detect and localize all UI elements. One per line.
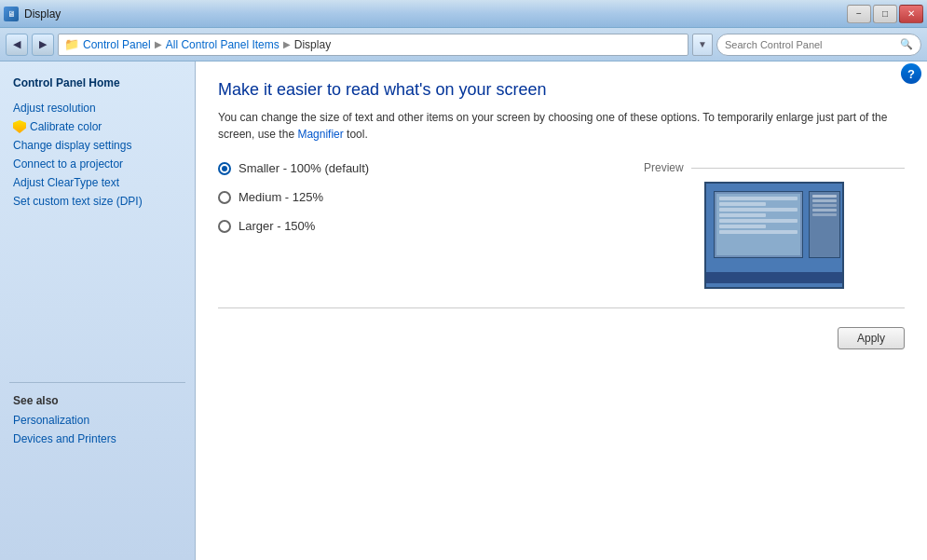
options-list: Smaller - 100% (default) Medium - 125% L…	[218, 161, 607, 233]
preview-sidebar	[809, 191, 840, 258]
adjust-resolution-label: Adjust resolution	[13, 102, 96, 115]
row5	[719, 219, 797, 223]
shield-icon	[13, 120, 26, 133]
options-preview-area: Smaller - 100% (default) Medium - 125% L…	[218, 161, 905, 289]
folder-icon: 📁	[64, 37, 79, 51]
page-title: Make it easier to read what's on your sc…	[218, 80, 905, 100]
personalization-label: Personalization	[13, 414, 89, 427]
option-larger-label: Larger - 150%	[239, 219, 315, 233]
breadcrumb-all-items[interactable]: All Control Panel Items	[166, 38, 279, 51]
app-icon: 🖥	[4, 7, 19, 21]
calibrate-color-label: Calibrate color	[30, 120, 102, 133]
sidebar-row1	[812, 195, 837, 198]
radio-smaller[interactable]	[218, 162, 231, 175]
change-display-label: Change display settings	[13, 139, 131, 152]
radio-medium[interactable]	[218, 191, 231, 204]
sidebar: Control Panel Home Adjust resolution Cal…	[0, 61, 196, 560]
preview-image	[704, 182, 844, 289]
forward-button[interactable]: ▶	[32, 34, 54, 56]
maximize-button[interactable]: □	[873, 5, 897, 23]
preview-label: Preview	[644, 161, 905, 174]
breadcrumb-control-panel[interactable]: Control Panel	[83, 38, 151, 51]
minimize-button[interactable]: −	[847, 5, 871, 23]
sidebar-item-custom-dpi[interactable]: Set custom text size (DPI)	[0, 192, 195, 211]
apply-button[interactable]: Apply	[838, 327, 905, 349]
back-button[interactable]: ◀	[6, 34, 28, 56]
row6	[719, 225, 766, 228]
sidebar-item-change-display[interactable]: Change display settings	[0, 136, 195, 155]
magnifier-link[interactable]: Magnifier	[297, 128, 343, 141]
preview-rows	[716, 194, 800, 237]
preview-screen-content	[716, 194, 800, 255]
sidebar-item-cleartype[interactable]: Adjust ClearType text	[0, 173, 195, 192]
row1	[719, 197, 797, 200]
sidebar-home-link[interactable]: Control Panel Home	[0, 71, 195, 95]
preview-taskbar	[706, 272, 842, 283]
address-bar: ◀ ▶ 📁 Control Panel ▶ All Control Panel …	[0, 28, 927, 61]
description: You can change the size of text and othe…	[218, 109, 905, 143]
description-after: tool.	[344, 128, 368, 141]
custom-dpi-label: Set custom text size (DPI)	[13, 195, 143, 208]
row3	[719, 208, 797, 212]
content-area: Make it easier to read what's on your sc…	[196, 61, 927, 560]
apply-row: Apply	[218, 327, 905, 349]
cleartype-label: Adjust ClearType text	[13, 176, 119, 189]
help-button[interactable]: ?	[901, 63, 921, 84]
sidebar-personalization-link[interactable]: Personalization	[0, 411, 195, 430]
radio-larger[interactable]	[218, 220, 231, 233]
sidebar-item-connect-projector[interactable]: Connect to a projector	[0, 155, 195, 173]
sidebar-item-adjust-resolution[interactable]: Adjust resolution	[0, 99, 195, 117]
preview-screen	[714, 191, 803, 258]
row4	[719, 213, 766, 217]
search-input[interactable]	[725, 39, 896, 50]
sidebar-row2	[812, 199, 837, 202]
search-icon[interactable]: 🔍	[900, 38, 913, 50]
preview-area: Preview	[644, 161, 905, 289]
sidebar-row3	[812, 204, 837, 207]
separator	[218, 307, 905, 308]
option-larger[interactable]: Larger - 150%	[218, 219, 607, 233]
connect-projector-label: Connect to a projector	[13, 157, 123, 171]
option-smaller[interactable]: Smaller - 100% (default)	[218, 161, 607, 175]
breadcrumb-current: Display	[294, 38, 331, 51]
window-title: Display	[24, 7, 61, 20]
row7	[719, 230, 797, 234]
close-button[interactable]: ✕	[899, 5, 923, 23]
title-bar: 🖥 Display − □ ✕	[0, 0, 927, 28]
option-medium-label: Medium - 125%	[239, 190, 323, 204]
sidebar-devices-printers-link[interactable]: Devices and Printers	[0, 430, 195, 448]
search-box[interactable]: 🔍	[716, 34, 921, 56]
sidebar-row4	[812, 209, 837, 212]
window-controls: − □ ✕	[847, 5, 923, 23]
breadcrumb-dropdown[interactable]: ▼	[692, 34, 713, 56]
sidebar-item-calibrate-color[interactable]: Calibrate color	[0, 117, 195, 136]
option-smaller-label: Smaller - 100% (default)	[239, 161, 369, 175]
sidebar-divider	[9, 382, 185, 383]
see-also-heading: See also	[0, 390, 195, 411]
option-medium[interactable]: Medium - 125%	[218, 190, 607, 204]
row2	[719, 202, 766, 206]
devices-printers-label: Devices and Printers	[13, 432, 116, 445]
breadcrumb: 📁 Control Panel ▶ All Control Panel Item…	[58, 34, 688, 56]
sidebar-row5	[812, 213, 837, 216]
